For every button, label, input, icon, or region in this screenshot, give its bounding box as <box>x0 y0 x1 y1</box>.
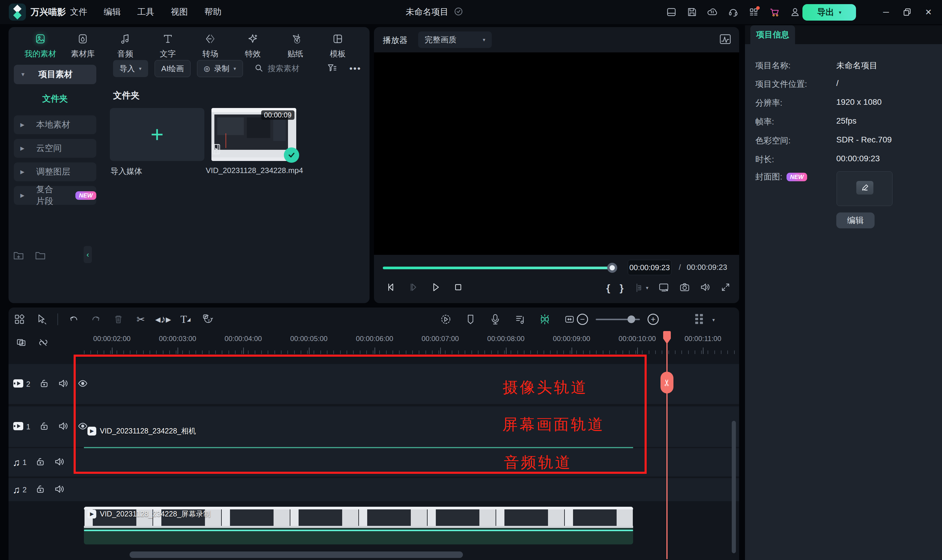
filter-icon[interactable] <box>327 63 338 74</box>
mirror-display-icon[interactable] <box>658 282 670 294</box>
record-button[interactable]: ◎ 录制 ▾ <box>197 60 243 77</box>
ruler-label: 00:00:06:00 <box>356 335 393 343</box>
cut-at-playhead-button[interactable]: ✂ <box>660 372 674 394</box>
add-text-icon[interactable]: T◢ <box>179 312 192 326</box>
timeline-zoom-slider[interactable] <box>596 314 640 325</box>
sidebar-item-adjustment-layer[interactable]: ▶ 调整图层 <box>14 162 96 181</box>
speech-to-text-icon[interactable]: T <box>201 312 215 326</box>
menu-help[interactable]: 帮助 <box>204 6 222 18</box>
ai-paint-button[interactable]: AI绘画 <box>154 60 191 77</box>
new-folder-icon[interactable] <box>13 249 25 263</box>
zoom-out-button[interactable]: − <box>577 314 588 325</box>
playback-progress-bar[interactable] <box>383 267 615 269</box>
sidebar-item-project-media[interactable]: ▼ 项目素材 <box>14 65 96 84</box>
lock-icon[interactable] <box>35 457 45 468</box>
sidebar-item-folder[interactable]: 文件夹 <box>14 93 96 105</box>
auto-ripple-icon[interactable] <box>563 312 576 326</box>
restore-button[interactable] <box>897 0 918 24</box>
delete-folder-icon[interactable] <box>34 249 46 263</box>
playhead-line[interactable] <box>666 331 668 559</box>
tab-my-media[interactable]: 我的素材 <box>22 29 59 62</box>
media-browser-icon[interactable] <box>13 312 26 326</box>
volume-icon[interactable] <box>700 282 711 294</box>
import-button[interactable]: 导入▾ <box>113 60 148 77</box>
play-step-button[interactable] <box>408 282 419 294</box>
stop-button[interactable] <box>453 282 464 294</box>
fullscreen-icon[interactable] <box>720 282 731 294</box>
mute-icon[interactable] <box>58 378 69 389</box>
tab-stock-media[interactable]: 素材库 <box>64 29 102 62</box>
cloud-upload-icon[interactable] <box>706 6 719 18</box>
mark-in-button[interactable]: { <box>606 282 610 294</box>
sidebar-item-local-media[interactable]: ▶ 本地素材 <box>14 115 96 134</box>
add-track-icon[interactable] <box>15 337 28 349</box>
split-scissors-icon[interactable]: ✂ <box>134 312 148 326</box>
edit-cover-button[interactable] <box>856 181 873 194</box>
delete-icon[interactable] <box>112 312 125 326</box>
render-preview-icon[interactable] <box>439 312 453 326</box>
close-button[interactable]: ✕ <box>918 0 939 24</box>
vertical-scrollbar[interactable] <box>732 421 736 553</box>
menu-view[interactable]: 视图 <box>171 6 188 18</box>
voiceover-mic-icon[interactable] <box>489 312 502 326</box>
unlink-clips-icon[interactable] <box>37 337 49 349</box>
tab-project-info[interactable]: 项目信息 <box>750 25 795 44</box>
redo-icon[interactable] <box>89 312 103 326</box>
trim-tool-icon[interactable]: ▾ <box>633 283 648 293</box>
audio-mixer-icon[interactable] <box>513 312 527 326</box>
menu-file[interactable]: 文件 <box>70 6 87 18</box>
layout-panels-icon[interactable] <box>665 6 678 18</box>
apps-grid-icon[interactable] <box>747 6 760 18</box>
menu-tools[interactable]: 工具 <box>137 6 154 18</box>
previous-frame-button[interactable] <box>386 282 396 294</box>
stock-media-icon <box>77 33 89 46</box>
undo-icon[interactable] <box>67 312 80 326</box>
chevron-down-icon: ▾ <box>646 285 648 291</box>
quick-split-icon[interactable] <box>538 312 552 326</box>
play-button[interactable] <box>430 282 441 294</box>
lock-icon[interactable] <box>39 421 49 432</box>
cart-icon[interactable] <box>768 6 781 18</box>
sidebar-item-cloud[interactable]: ▶ 云空间 <box>14 139 96 158</box>
mute-icon[interactable] <box>58 421 69 432</box>
zoom-in-button[interactable]: + <box>648 314 659 325</box>
search-input[interactable] <box>268 64 333 73</box>
minimize-button[interactable]: ─ <box>876 0 897 24</box>
track-manager-icon[interactable] <box>692 312 707 328</box>
account-icon[interactable] <box>789 6 802 18</box>
menu-edit[interactable]: 编辑 <box>104 6 121 18</box>
menubar: 文件 编辑 工具 视图 帮助 <box>70 0 222 24</box>
sidebar-item-compound-clip[interactable]: ▶ 复合片段 NEW <box>14 186 96 205</box>
export-button[interactable]: 导出 ▾ <box>802 4 856 21</box>
info-row-colorspace: 色彩空间:SDR - Rec.709 <box>745 135 942 147</box>
collapse-sidebar-button[interactable]: ‹ <box>84 246 92 263</box>
lock-icon[interactable] <box>39 378 49 389</box>
info-row-resolution: 分辨率:1920 x 1080 <box>745 97 942 109</box>
lock-icon[interactable] <box>35 484 45 495</box>
horizontal-scrollbar[interactable] <box>130 551 463 558</box>
caret-right-icon: ▶ <box>20 169 25 175</box>
import-media-card[interactable]: + <box>110 108 204 161</box>
support-headset-icon[interactable] <box>727 6 740 18</box>
clip-screen-track[interactable]: ▶ VID_20231128_234228_屏幕录制 <box>84 507 633 545</box>
progress-knob[interactable] <box>607 263 617 273</box>
more-options-button[interactable]: ••• <box>349 63 361 74</box>
select-tool-icon[interactable] <box>35 312 49 326</box>
save-icon[interactable] <box>686 6 698 18</box>
playback-quality-dropdown[interactable]: 完整画质▾ <box>418 31 492 48</box>
scopes-icon[interactable] <box>718 32 732 47</box>
video-media-card[interactable]: 00:00:09 <box>211 108 296 161</box>
mute-icon[interactable] <box>54 457 65 468</box>
timeline-ruler[interactable]: 00:00:02:00 00:00:03:00 00:00:04:00 00:0… <box>84 331 739 355</box>
mute-icon[interactable] <box>54 484 65 495</box>
my-media-icon <box>34 33 46 46</box>
edit-button[interactable]: 编辑 <box>836 212 874 228</box>
mark-out-button[interactable]: } <box>620 282 623 294</box>
snapshot-camera-icon[interactable] <box>679 282 690 294</box>
marker-icon[interactable] <box>464 312 477 326</box>
titlebar: 万兴喵影 文件 编辑 工具 视图 帮助 未命名项目 <box>0 0 942 24</box>
video-preview[interactable] <box>374 52 739 255</box>
beat-detect-icon[interactable]: ◂♪▸ <box>156 312 170 326</box>
time-separator: / <box>679 263 681 272</box>
cover-thumbnail[interactable] <box>837 171 893 206</box>
